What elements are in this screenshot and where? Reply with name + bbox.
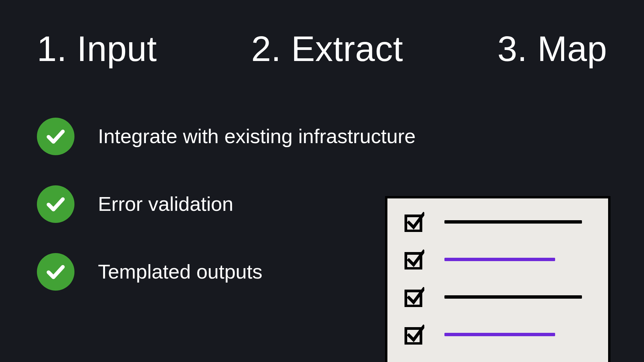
- checklist-row: [404, 212, 591, 232]
- checkbox-icon: [404, 212, 424, 232]
- heading-input: 1. Input: [37, 30, 157, 67]
- checklist-row: [404, 249, 591, 269]
- feature-text: Templated outputs: [98, 261, 262, 283]
- check-icon: [37, 185, 74, 223]
- feature-text: Error validation: [98, 193, 233, 215]
- checklist-illustration: [385, 196, 610, 362]
- checkbox-icon: [404, 249, 424, 269]
- feature-text: Integrate with existing infrastructure: [98, 125, 416, 147]
- check-icon: [37, 118, 74, 155]
- line-placeholder: [444, 258, 555, 261]
- line-placeholder: [444, 220, 582, 224]
- heading-extract: 2. Extract: [251, 30, 403, 67]
- line-placeholder: [444, 295, 582, 299]
- checkbox-icon: [404, 287, 424, 307]
- check-icon: [37, 253, 74, 291]
- slide: 1. Input 2. Extract 3. Map Integrate wit…: [0, 0, 644, 362]
- checkbox-icon: [404, 324, 424, 345]
- line-placeholder: [444, 333, 555, 336]
- headings-row: 1. Input 2. Extract 3. Map: [37, 30, 607, 67]
- checklist-row: [404, 324, 591, 345]
- feature-item: Integrate with existing infrastructure: [37, 118, 607, 155]
- heading-map: 3. Map: [497, 30, 607, 67]
- checklist-row: [404, 287, 591, 307]
